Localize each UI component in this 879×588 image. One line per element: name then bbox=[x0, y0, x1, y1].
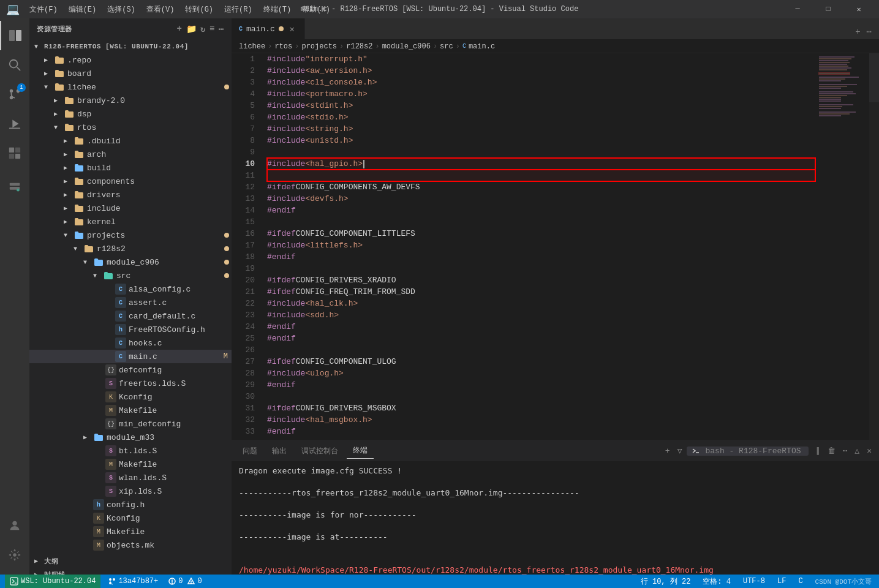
tree-item-min-defconfig[interactable]: ▶ {} min_defconfig bbox=[29, 417, 232, 431]
new-file-icon[interactable]: + bbox=[177, 24, 183, 34]
tree-item-dbuild[interactable]: ▶ .dbuild bbox=[29, 134, 232, 148]
tree-item-kconfig-1[interactable]: ▶ K Kconfig bbox=[29, 390, 232, 404]
tree-item-hooks[interactable]: ▶ C hooks.c bbox=[29, 336, 232, 350]
tree-item-alsa-config[interactable]: ▶ C alsa_config.c bbox=[29, 282, 232, 296]
tree-item-.repo[interactable]: ▶ .repo bbox=[29, 53, 232, 67]
panel-tab-terminal[interactable]: 终端 bbox=[347, 443, 374, 459]
split-editor-icon[interactable]: + bbox=[853, 24, 862, 39]
status-language[interactable]: C bbox=[796, 577, 805, 586]
tree-item-assert[interactable]: ▶ C assert.c bbox=[29, 296, 232, 309]
bc-src[interactable]: src bbox=[440, 42, 453, 51]
tree-item-board[interactable]: ▶ board bbox=[29, 67, 232, 80]
panel-tab-actions[interactable]: + ▽ bash - R128-FreeRTOS ∥ 🗑 ⋯ △ ✕ bbox=[663, 445, 874, 457]
split-terminal-icon[interactable]: ▽ bbox=[675, 445, 685, 457]
more-actions-icon[interactable]: ⋯ bbox=[219, 24, 224, 34]
status-spaces[interactable]: 空格: 4 bbox=[700, 576, 733, 587]
tree-item-src[interactable]: ▼ src bbox=[29, 269, 232, 282]
collapse-all-icon[interactable]: ≡ bbox=[209, 24, 215, 34]
maximize-button[interactable]: □ bbox=[814, 0, 842, 18]
tree-item-makefile-m33[interactable]: ▶ M Makefile bbox=[29, 458, 232, 471]
tree-item-bt-lds[interactable]: ▶ S bt.lds.S bbox=[29, 444, 232, 458]
activity-accounts[interactable] bbox=[0, 511, 29, 540]
code-content[interactable]: #include "interrupt.h" #include <aw_vers… bbox=[262, 53, 818, 440]
tree-item-dsp[interactable]: ▶ dsp bbox=[29, 107, 232, 121]
tree-item-freertos-config[interactable]: ▶ h FreeRTOSConfig.h bbox=[29, 323, 232, 336]
tree-item-kernel[interactable]: ▶ kernel bbox=[29, 215, 232, 228]
tree-item-arch[interactable]: ▶ arch bbox=[29, 148, 232, 161]
tree-item-brandy[interactable]: ▶ brandy-2.0 bbox=[29, 94, 232, 107]
activity-extensions[interactable] bbox=[0, 138, 29, 168]
code-editor[interactable]: 1 2 3 4 5 6 7 8 9 10 11 12 13 14 15 16 1 bbox=[232, 53, 879, 440]
menu-goto[interactable]: 转到(G) bbox=[180, 3, 218, 16]
tree-item-drivers[interactable]: ▶ drivers bbox=[29, 188, 232, 202]
bc-lichee[interactable]: lichee bbox=[239, 42, 265, 51]
status-errors[interactable]: 0 0 bbox=[165, 577, 204, 586]
sidebar-tree[interactable]: ▼ R128-FREERTOS [WSL: UBUNTU-22.04] ▶ .r… bbox=[29, 40, 232, 575]
menu-bar[interactable]: 文件(F) 编辑(E) 选择(S) 查看(V) 转到(G) 运行(R) 终端(T… bbox=[25, 3, 335, 16]
activity-explorer[interactable] bbox=[0, 21, 29, 50]
tab-bar-actions[interactable]: + ⋯ bbox=[848, 24, 879, 39]
status-encoding[interactable]: UTF-8 bbox=[741, 577, 768, 586]
close-button[interactable]: ✕ bbox=[845, 0, 873, 18]
menu-run[interactable]: 运行(R) bbox=[219, 3, 257, 16]
activity-source-control[interactable]: 1 bbox=[0, 80, 29, 109]
menu-edit[interactable]: 编辑(E) bbox=[64, 3, 102, 16]
tree-item-makefile-1[interactable]: ▶ M Makefile bbox=[29, 404, 232, 417]
more-panel-icon[interactable]: ⋯ bbox=[840, 445, 850, 457]
bc-filename[interactable]: main.c bbox=[469, 42, 495, 51]
menu-file[interactable]: 文件(F) bbox=[25, 3, 62, 16]
tree-item-components[interactable]: ▶ components bbox=[29, 175, 232, 188]
bc-projects[interactable]: projects bbox=[301, 42, 337, 51]
tree-item-module-c906[interactable]: ▼ module_c906 bbox=[29, 255, 232, 269]
status-wsl[interactable]: WSL: Ubuntu-22.04 bbox=[5, 575, 100, 588]
maximize-panel-icon[interactable]: △ bbox=[852, 445, 862, 457]
activity-settings[interactable] bbox=[0, 540, 29, 570]
minimize-button[interactable]: ─ bbox=[783, 0, 812, 18]
bc-rtos[interactable]: rtos bbox=[274, 42, 292, 51]
window-controls[interactable]: ─ □ ✕ bbox=[783, 0, 873, 18]
tree-item-include[interactable]: ▶ include bbox=[29, 202, 232, 215]
more-tabs-icon[interactable]: ⋯ bbox=[864, 24, 874, 39]
tree-item-defconfig[interactable]: ▶ {} defconfig bbox=[29, 363, 232, 377]
activity-run-debug[interactable] bbox=[0, 109, 29, 138]
tree-item-makefile-r128s2[interactable]: ▶ M Makefile bbox=[29, 525, 232, 538]
tree-item-main-c[interactable]: ▶ C main.c M bbox=[29, 350, 232, 363]
tree-item-xip-lds[interactable]: ▶ S xip.lds.S bbox=[29, 484, 232, 498]
tree-item-card-default[interactable]: ▶ C card_default.c bbox=[29, 309, 232, 323]
tree-item-freertos-lds[interactable]: ▶ S freertos.lds.S bbox=[29, 377, 232, 390]
panel-tab-problems[interactable]: 问题 bbox=[236, 443, 263, 459]
panel-tab-debug-console[interactable]: 调试控制台 bbox=[295, 443, 344, 459]
close-panel-icon[interactable]: ✕ bbox=[864, 445, 874, 457]
tree-item-module-m33[interactable]: ▶ module_m33 bbox=[29, 431, 232, 444]
new-folder-icon[interactable]: 📁 bbox=[186, 24, 197, 34]
bc-r128s2[interactable]: r128s2 bbox=[346, 42, 372, 51]
split-terminal-icon-2[interactable]: ∥ bbox=[813, 445, 823, 457]
tree-section-outline[interactable]: ▶ 大纲 bbox=[29, 554, 232, 568]
activity-search[interactable] bbox=[0, 50, 29, 80]
tab-close-button[interactable]: ✕ bbox=[287, 24, 297, 34]
new-terminal-icon[interactable]: + bbox=[663, 445, 673, 457]
tree-item-lichee[interactable]: ▼ lichee bbox=[29, 80, 232, 94]
sidebar-actions[interactable]: + 📁 ↻ ≡ ⋯ bbox=[177, 24, 224, 34]
tree-item-rtos[interactable]: ▼ rtos bbox=[29, 121, 232, 134]
tree-item-build[interactable]: ▶ build bbox=[29, 161, 232, 175]
status-line-ending[interactable]: LF bbox=[775, 577, 788, 586]
tree-item-r128s2[interactable]: ▼ r128s2 bbox=[29, 242, 232, 255]
tree-item-config-h[interactable]: ▶ h config.h bbox=[29, 498, 232, 511]
activity-remote[interactable] bbox=[0, 173, 29, 202]
status-line-col[interactable]: 行 10, 列 22 bbox=[638, 576, 693, 587]
trash-icon[interactable]: 🗑 bbox=[825, 445, 838, 457]
menu-terminal[interactable]: 终端(T) bbox=[258, 3, 296, 16]
refresh-icon[interactable]: ↻ bbox=[200, 24, 206, 34]
tree-item-projects[interactable]: ▼ projects bbox=[29, 228, 232, 242]
tree-root[interactable]: ▼ R128-FREERTOS [WSL: UBUNTU-22.04] bbox=[29, 40, 232, 53]
menu-select[interactable]: 选择(S) bbox=[102, 3, 140, 16]
tree-item-objects-mk[interactable]: ▶ M objects.mk bbox=[29, 538, 232, 552]
terminal-title[interactable]: bash - R128-FreeRTOS bbox=[687, 447, 808, 456]
bc-module-c906[interactable]: module_c906 bbox=[382, 42, 431, 51]
menu-view[interactable]: 查看(V) bbox=[141, 3, 179, 16]
tree-item-kconfig-r128s2[interactable]: ▶ K Kconfig bbox=[29, 511, 232, 525]
tree-section-timeline[interactable]: ▶ 时间线 bbox=[29, 568, 232, 575]
status-git[interactable]: 13a47b87+ bbox=[105, 577, 160, 586]
tab-main-c[interactable]: C main.c ✕ bbox=[232, 18, 305, 39]
